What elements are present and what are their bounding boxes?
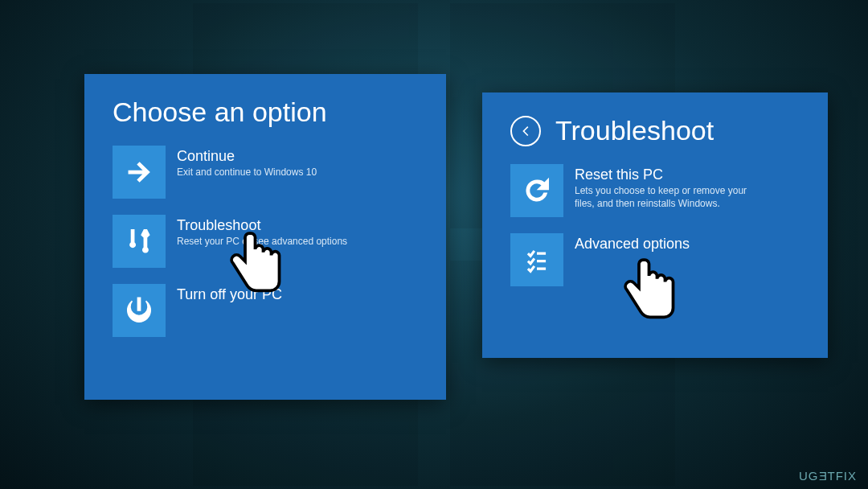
tile-desc: Exit and continue to Windows 10 <box>177 166 317 179</box>
arrow-right-icon <box>113 146 166 199</box>
tile-desc: Lets you choose to keep or remove your f… <box>575 185 768 210</box>
tile-desc: Reset your PC or see advanced options <box>177 236 347 249</box>
troubleshoot-panel: Troubleshoot Reset this PC Lets you choo… <box>482 92 828 358</box>
tile-title: Continue <box>177 148 317 165</box>
list-icon <box>510 233 563 286</box>
back-button[interactable] <box>510 116 541 146</box>
panel-title: Choose an option <box>113 97 327 128</box>
tile-continue[interactable]: Continue Exit and continue to Windows 10 <box>113 146 418 199</box>
tile-turn-off[interactable]: Turn off your PC <box>113 284 418 337</box>
panel-title: Troubleshoot <box>555 115 714 146</box>
choose-option-panel: Choose an option Continue Exit and conti… <box>84 74 446 400</box>
tile-advanced-options[interactable]: Advanced options <box>510 233 800 286</box>
tools-icon <box>113 215 166 268</box>
tile-title: Turn off your PC <box>177 286 282 303</box>
power-icon <box>113 284 166 337</box>
tile-title: Troubleshoot <box>177 217 347 234</box>
reset-icon <box>510 164 563 217</box>
watermark: UGETFIX <box>799 469 857 483</box>
tile-title: Advanced options <box>575 236 690 253</box>
tile-title: Reset this PC <box>575 166 768 183</box>
tile-troubleshoot[interactable]: Troubleshoot Reset your PC or see advanc… <box>113 215 418 268</box>
tile-reset-pc[interactable]: Reset this PC Lets you choose to keep or… <box>510 164 800 217</box>
